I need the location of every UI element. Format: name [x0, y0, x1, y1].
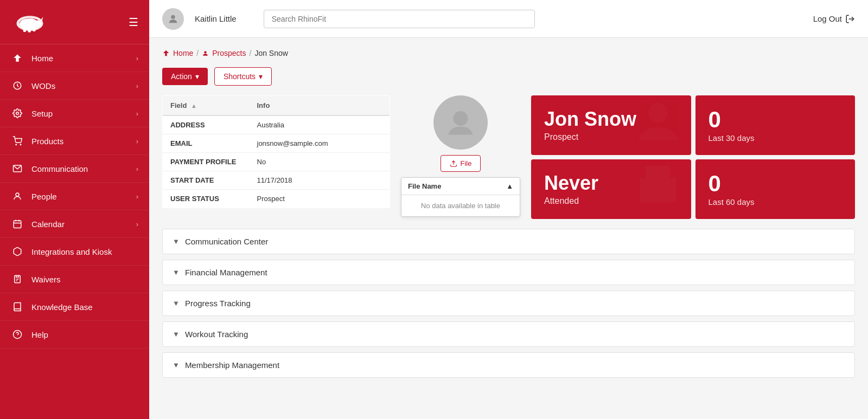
action-button[interactable]: Action ▾	[162, 68, 208, 85]
collapsible-section-progress: ▼ Progress Tracking	[162, 291, 855, 316]
table-cell-info: jonsnow@sample.com	[250, 134, 390, 153]
svg-rect-4	[33, 28, 35, 31]
collapsible-header-progress[interactable]: ▼ Progress Tracking	[163, 291, 854, 315]
table-row: USER STATUS Prospect	[163, 190, 390, 208]
breadcrumb-current: Jon Snow	[254, 49, 288, 57]
sidebar-item-label-setup: Setup	[31, 109, 136, 118]
rhino-logo-icon	[11, 10, 49, 34]
sidebar-item-calendar[interactable]: Calendar ›	[0, 210, 149, 238]
file-dropdown-header: File Name ▲	[401, 178, 520, 195]
info-table-container: Field ▲ Info ADDRESS Australia EMAIL jon…	[162, 95, 390, 219]
svg-rect-28	[652, 190, 664, 203]
profile-avatar	[433, 95, 488, 150]
svg-point-23	[454, 111, 468, 126]
profile-avatar-icon	[444, 106, 477, 139]
sidebar-item-people[interactable]: People ›	[0, 183, 149, 210]
envelope-icon	[11, 162, 24, 175]
clock-icon	[11, 79, 24, 92]
sidebar-item-waivers[interactable]: Waivers	[0, 266, 149, 293]
sidebar-item-home[interactable]: Home ›	[0, 44, 149, 72]
shortcuts-button[interactable]: Shortcuts ▾	[214, 67, 272, 86]
svg-point-22	[205, 51, 207, 53]
topbar: Kaitlin Little Log Out	[149, 0, 868, 38]
prospects-breadcrumb-icon	[202, 50, 209, 57]
stats-container: Jon Snow Prospect 0 Last 30 days Never A…	[531, 95, 855, 219]
sidebar-item-help[interactable]: Help	[0, 321, 149, 349]
collapsible-header-membership[interactable]: ▼ Membership Management	[163, 353, 854, 377]
svg-rect-11	[14, 221, 21, 228]
table-row: START DATE 11/17/2018	[163, 171, 390, 190]
sidebar-item-knowledge[interactable]: Knowledge Base	[0, 293, 149, 321]
sidebar-logo	[11, 10, 49, 34]
page-content: Home / Prospects / Jon Snow Action ▾ Sho…	[149, 38, 868, 419]
sort-icon[interactable]: ▲	[191, 102, 197, 109]
sidebar-item-integrations[interactable]: Integrations and Kiosk	[0, 238, 149, 266]
hamburger-menu-icon[interactable]: ☰	[129, 16, 138, 29]
table-cell-info: Prospect	[250, 190, 390, 208]
collapsible-section-workout: ▼ Workout Tracking	[162, 321, 855, 347]
calendar-icon	[11, 217, 24, 230]
sidebar-item-label-home: Home	[31, 54, 136, 63]
stat-card-attended: Never Attended	[531, 159, 691, 219]
collapsible-label-progress: Progress Tracking	[185, 299, 251, 308]
stat-card-last60: 0 Last 60 days	[695, 159, 856, 219]
sidebar-item-label-waivers: Waivers	[31, 275, 138, 284]
svg-point-20	[171, 15, 175, 18]
search-input[interactable]	[264, 10, 535, 28]
collapsible-section-communication: ▼ Communication Center	[162, 229, 855, 254]
chevron-right-icon: ›	[136, 82, 138, 90]
logout-button[interactable]: Log Out	[813, 14, 855, 24]
file-button[interactable]: File	[441, 155, 481, 172]
collapsible-header-workout[interactable]: ▼ Workout Tracking	[163, 322, 854, 346]
sidebar-item-communication[interactable]: Communication ›	[0, 155, 149, 183]
file-dropdown: File Name ▲ No data available in table	[401, 177, 520, 217]
table-row: PAYMENT PROFILE No	[163, 153, 390, 171]
collapsible-sections: ▼ Communication Center ▼ Financial Manag…	[162, 229, 855, 378]
svg-point-8	[20, 144, 21, 145]
collapsible-label-membership: Membership Management	[185, 360, 279, 370]
main-content-area: Kaitlin Little Log Out Home / Prospects …	[149, 0, 868, 419]
sidebar-item-wods[interactable]: WODs ›	[0, 72, 149, 100]
collapsible-header-financial[interactable]: ▼ Financial Management	[163, 260, 854, 285]
book-icon	[11, 300, 24, 313]
gear-icon	[11, 107, 24, 120]
stat-last30-label: Last 30 days	[709, 133, 843, 143]
sidebar-item-label-help: Help	[31, 330, 138, 339]
collapsible-section-financial: ▼ Financial Management	[162, 260, 855, 285]
chevron-down-icon: ▼	[173, 330, 180, 338]
user-avatar-icon	[167, 13, 179, 25]
breadcrumb-prospects-link[interactable]: Prospects	[212, 49, 246, 57]
chevron-down-icon: ▼	[173, 268, 180, 276]
person-icon	[11, 190, 24, 203]
breadcrumb-home-link[interactable]: Home	[173, 49, 193, 57]
sidebar: ☰ Home › WODs › Setup › Products › Commu…	[0, 0, 149, 419]
topbar-username: Kaitlin Little	[195, 14, 237, 23]
svg-point-25	[648, 103, 668, 123]
topbar-avatar	[162, 8, 184, 30]
sidebar-item-label-wods: WODs	[31, 81, 136, 91]
sidebar-header: ☰	[0, 0, 149, 44]
sidebar-item-products[interactable]: Products ›	[0, 127, 149, 155]
sidebar-item-label-integrations: Integrations and Kiosk	[31, 247, 138, 256]
chevron-right-icon: ›	[136, 220, 138, 228]
svg-point-7	[16, 144, 17, 145]
svg-rect-2	[23, 28, 26, 32]
profile-section: Field ▲ Info ADDRESS Australia EMAIL jon…	[162, 95, 855, 219]
stat-last30-number: 0	[709, 108, 843, 131]
stat-bg-icon-building	[634, 160, 682, 219]
field-column-header: Field ▲	[163, 96, 250, 116]
collapsible-label-workout: Workout Tracking	[185, 330, 248, 339]
stat-card-name: Jon Snow Prospect	[531, 95, 691, 155]
sidebar-item-setup[interactable]: Setup ›	[0, 100, 149, 127]
svg-point-6	[16, 112, 19, 115]
action-row: Action ▾ Shortcuts ▾	[162, 67, 855, 86]
chevron-down-icon: ▼	[173, 299, 180, 307]
puzzle-icon	[11, 245, 24, 258]
svg-point-10	[16, 193, 19, 196]
chevron-right-icon: ›	[136, 192, 138, 201]
chevron-right-icon: ›	[136, 54, 138, 62]
avatar-file-section: File File Name ▲ No data available in ta…	[401, 95, 520, 219]
stat-last60-number: 0	[709, 172, 843, 195]
collapsible-label-communication: Communication Center	[185, 237, 268, 246]
collapsible-header-communication[interactable]: ▼ Communication Center	[163, 229, 854, 254]
